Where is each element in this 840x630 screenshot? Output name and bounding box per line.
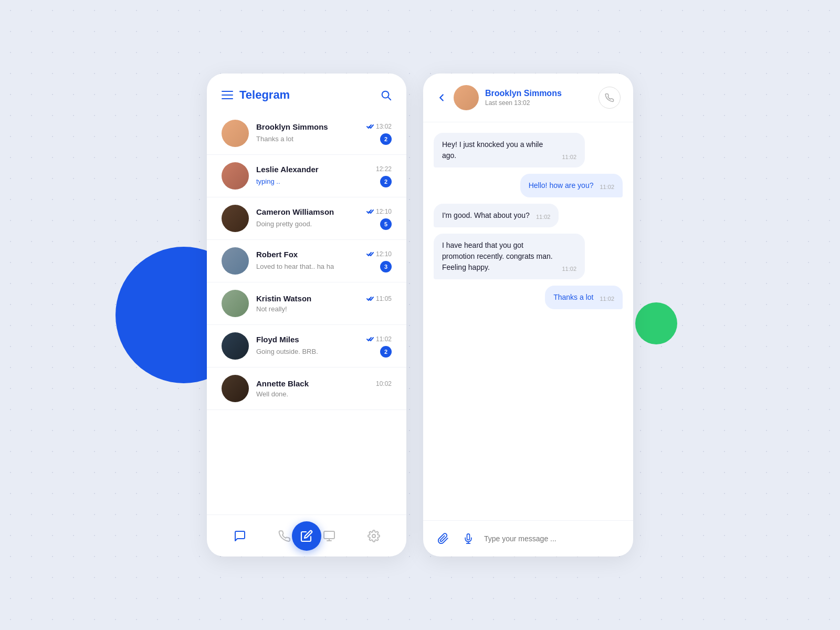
chat-avatar [222,205,249,232]
chat-input-area [423,520,633,556]
message-2: Hello! how are you? 11:02 [520,174,623,197]
nav-settings-button[interactable] [362,524,385,548]
unread-badge: 3 [380,261,392,272]
message-3: I'm good. What about you? 11:02 [434,204,559,227]
message-text: Thanks a lot [553,292,593,303]
chat-time: 12:22 [376,165,392,173]
message-time: 11:02 [562,153,576,162]
chat-time: 11:02 [366,335,392,343]
chat-avatar [222,375,249,402]
panels-wrapper: Telegram Brooklyn Simmons 13:02 Thanks a… [207,74,633,556]
mic-button[interactable] [459,529,478,548]
chat-avatar [222,332,249,360]
chat-info: Kristin Watson 11:05 Not really! [256,294,392,313]
contact-info: Brooklyn Simmons Last seen 13:02 [485,89,592,107]
app-title: Telegram [239,88,290,102]
message-input[interactable] [484,534,623,543]
contact-status: Last seen 13:02 [485,99,592,107]
chat-avatar [222,162,249,190]
chat-info: Brooklyn Simmons 13:02 Thanks a lot 2 [256,122,392,145]
attachment-button[interactable] [434,529,453,548]
chat-avatar [222,120,249,147]
chat-info: Robert Fox 12:10 Loved to hear that.. ha… [256,250,392,272]
message-text: I have heard that you got promotion rece… [442,240,555,273]
chat-time: 12:10 [366,250,392,258]
header-left: Telegram [222,88,290,102]
svg-rect-2 [324,531,334,539]
chat-avatar [222,247,249,275]
compose-fab-button[interactable] [292,521,321,551]
chat-time: 11:05 [366,295,392,302]
message-text: Hey! I just knocked you a while ago. [442,139,555,161]
chat-name: Cameron Williamson [256,207,334,216]
chat-info: Annette Black 10:02 Well done. [256,379,392,398]
panel-header: Telegram [207,74,406,112]
unread-badge: 2 [380,176,392,187]
chat-preview: typing .. [256,177,280,185]
search-icon[interactable] [380,89,392,101]
message-time: 11:02 [562,265,576,274]
chat-name: Leslie Alexander [256,165,319,174]
chat-window-panel: Brooklyn Simmons Last seen 13:02 Hey! I … [423,74,633,556]
chat-name: Robert Fox [256,250,298,259]
chat-name: Floyd Miles [256,335,299,344]
unread-badge: 2 [380,346,392,358]
messages-area: Hey! I just knocked you a while ago. 11:… [423,122,633,520]
svg-line-1 [388,97,391,100]
back-button[interactable] [436,92,447,103]
chat-preview: Not really! [256,305,287,313]
chat-time: 10:02 [376,380,392,387]
chat-item-kristin[interactable]: Kristin Watson 11:05 Not really! [207,282,406,325]
chat-name: Kristin Watson [256,294,311,303]
message-4: I have heard that you got promotion rece… [434,234,585,279]
chat-info: Floyd Miles 11:02 Going outside. BRB. 2 [256,335,392,358]
chat-time: 12:10 [366,208,392,215]
unread-badge: 5 [380,218,392,230]
chat-item-floyd[interactable]: Floyd Miles 11:02 Going outside. BRB. 2 [207,325,406,368]
message-time: 11:02 [536,213,551,222]
nav-chat-button[interactable] [228,524,251,548]
chat-avatar [222,290,249,317]
chat-info: Leslie Alexander 12:22 typing .. 2 [256,165,392,187]
chat-name: Brooklyn Simmons [256,122,328,131]
chat-list: Brooklyn Simmons 13:02 Thanks a lot 2 Le… [207,112,406,514]
bottom-nav [207,514,406,556]
chat-preview: Well done. [256,390,288,398]
chat-list-panel: Telegram Brooklyn Simmons 13:02 Thanks a… [207,74,406,556]
contact-name: Brooklyn Simmons [485,89,592,98]
chat-item-cameron[interactable]: Cameron Williamson 12:10 Doing pretty go… [207,197,406,240]
svg-point-5 [372,534,375,538]
chat-item-annette[interactable]: Annette Black 10:02 Well done. [207,368,406,410]
message-5: Thanks a lot 11:02 [545,286,623,309]
chat-item-robert[interactable]: Robert Fox 12:10 Loved to hear that.. ha… [207,240,406,282]
unread-badge: 2 [380,133,392,145]
deco-green-circle [635,302,677,344]
chat-item-leslie[interactable]: Leslie Alexander 12:22 typing .. 2 [207,155,406,197]
chat-header: Brooklyn Simmons Last seen 13:02 [423,74,633,122]
menu-button[interactable] [222,91,233,99]
chat-item-brooklyn[interactable]: Brooklyn Simmons 13:02 Thanks a lot 2 [207,112,406,155]
message-text: Hello! how are you? [529,180,594,191]
chat-name: Annette Black [256,379,309,388]
chat-info: Cameron Williamson 12:10 Doing pretty go… [256,207,392,230]
chat-time: 13:02 [366,123,392,130]
chat-preview: Doing pretty good. [256,220,312,228]
contact-avatar [454,85,479,110]
call-button[interactable] [598,87,621,109]
chat-preview: Going outside. BRB. [256,348,318,355]
message-time: 11:02 [600,183,614,192]
message-1: Hey! I just knocked you a while ago. 11:… [434,133,585,167]
message-text: I'm good. What about you? [442,210,530,221]
chat-preview: Thanks a lot [256,135,293,143]
message-time: 11:02 [600,295,614,303]
chat-preview: Loved to hear that.. ha ha [256,262,334,270]
